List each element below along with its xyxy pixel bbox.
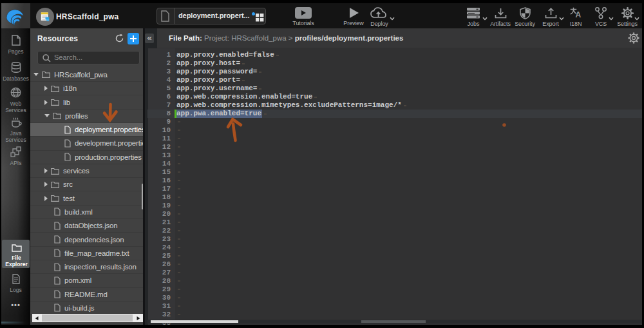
svg-text:A: A: [575, 10, 581, 19]
